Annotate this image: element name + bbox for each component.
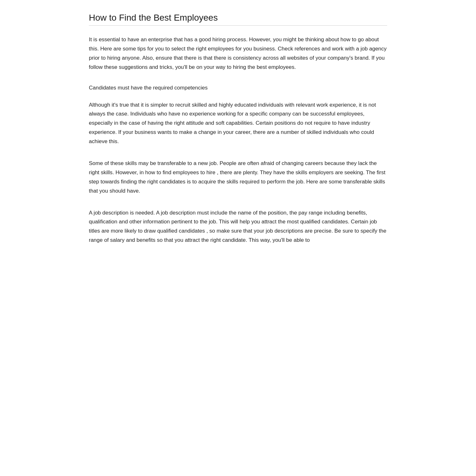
body-paragraph-3: A job description is needed. A job descr…: [89, 208, 387, 245]
body-paragraph-1: Although it's true that it is simpler to…: [89, 101, 387, 146]
section-heading: Candidates must have the required compet…: [89, 85, 387, 91]
intro-paragraph: It is essential to have an enterprise th…: [89, 35, 387, 72]
body-paragraph-2: Some of these skills may be transferable…: [89, 159, 387, 196]
page-title: How to Find the Best Employees: [89, 13, 387, 26]
